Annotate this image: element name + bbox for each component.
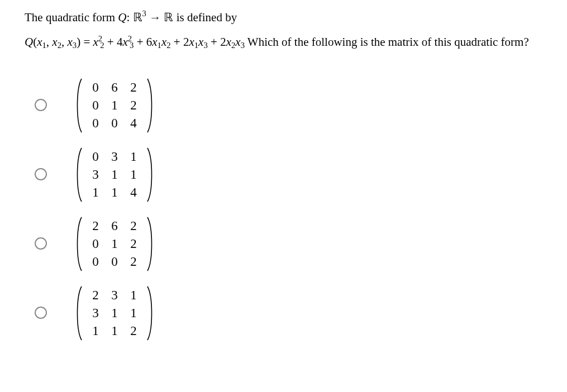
radio-option-2[interactable]	[35, 168, 47, 180]
var-Q: Q	[25, 35, 33, 49]
subscript: 2	[100, 41, 104, 50]
var-x: x	[161, 35, 166, 49]
matrix: 2 6 2 0 1 2 0 0 2	[74, 216, 155, 272]
matrix-cell: 3	[86, 168, 105, 182]
matrix-cell: 0	[86, 255, 105, 269]
paren-left-icon	[74, 216, 83, 272]
matrix-cell: 3	[86, 306, 105, 321]
paren-right-icon	[146, 147, 155, 203]
radio-option-1[interactable]	[35, 99, 47, 111]
set-R: ℝ	[164, 11, 173, 24]
matrix-cell: 1	[124, 168, 143, 182]
matrix-body: 0 6 2 0 1 2 0 0 4	[83, 78, 146, 133]
answer-option: 2 3 1 3 1 1 1 1 2	[35, 285, 545, 341]
paren-left-icon	[74, 78, 83, 133]
matrix-cell: 2	[124, 219, 143, 233]
subscript: 3	[241, 41, 245, 50]
var-x: x	[226, 35, 231, 49]
matrix-cell: 0	[86, 237, 105, 251]
subscript: 2	[58, 41, 61, 50]
matrix-body: 2 6 2 0 1 2 0 0 2	[83, 216, 146, 272]
plus: +	[104, 35, 117, 49]
var-x: x	[122, 35, 127, 49]
matrix-row: 0 1 2	[86, 98, 143, 113]
var-x: x	[68, 35, 73, 49]
matrix-cell: 2	[124, 237, 143, 251]
matrix-cell: 1	[86, 324, 105, 338]
matrix-cell: 4	[124, 116, 143, 131]
matrix-cell: 1	[105, 306, 124, 321]
answer-option: 0 6 2 0 1 2 0 0 4	[35, 78, 545, 133]
plus: +	[134, 35, 146, 49]
coef: 4	[117, 35, 123, 49]
coef: 2	[220, 35, 226, 49]
subscript: 3	[203, 41, 207, 50]
arrow: →	[146, 11, 164, 24]
matrix-cell: 1	[105, 98, 124, 113]
matrix-cell: 3	[105, 150, 124, 164]
var-x: x	[37, 35, 42, 49]
question-stem-line1: The quadratic form Q: ℝ3 → ℝ is defined …	[25, 9, 545, 26]
matrix-cell: 2	[86, 219, 105, 233]
text: :	[127, 11, 133, 24]
paren-right-icon	[146, 78, 155, 133]
matrix-cell: 2	[124, 324, 143, 338]
matrix-row: 0 0 4	[86, 116, 143, 131]
matrix-cell: 0	[86, 80, 105, 95]
text: is defined by	[173, 11, 237, 24]
matrix-cell: 1	[105, 185, 124, 200]
matrix-cell: 0	[86, 98, 105, 113]
matrix-body: 0 3 1 3 1 1 1 1 4	[83, 147, 146, 203]
matrix-cell: 3	[105, 288, 124, 303]
matrix-row: 3 1 1	[86, 168, 143, 182]
matrix: 2 3 1 3 1 1 1 1 2	[74, 285, 155, 341]
matrix-cell: 4	[124, 185, 143, 200]
var-x: x	[189, 35, 194, 49]
matrix-row: 0 0 2	[86, 255, 143, 269]
text: The quadratic form	[25, 11, 118, 24]
plus: +	[171, 35, 183, 49]
matrix-cell: 1	[86, 185, 105, 200]
set-R: ℝ	[133, 11, 142, 24]
var-Q: Q	[118, 11, 126, 24]
matrix-cell: 1	[124, 288, 143, 303]
matrix-row: 0 1 2	[86, 237, 143, 251]
matrix-cell: 2	[124, 98, 143, 113]
subscript: 3	[73, 41, 77, 50]
question-equation: Q(x1, x2, x3) = x22 + 4x23 + 6x1x2 + 2x1…	[25, 34, 545, 50]
exponent: 3	[142, 9, 146, 18]
radio-option-3[interactable]	[35, 237, 47, 250]
matrix-cell: 0	[86, 150, 105, 164]
coef: 6	[146, 35, 153, 49]
var-x: x	[93, 35, 98, 49]
matrix-row: 1 1 2	[86, 324, 143, 338]
answer-option: 0 3 1 3 1 1 1 1 4	[35, 147, 545, 203]
var-x: x	[235, 35, 240, 49]
equals: =	[80, 35, 93, 49]
matrix-cell: 1	[105, 237, 124, 251]
matrix-cell: 2	[124, 80, 143, 95]
matrix-cell: 6	[105, 219, 124, 233]
subscript: 1	[194, 41, 198, 50]
subscript: 3	[130, 41, 134, 50]
matrix-row: 0 6 2	[86, 80, 143, 95]
matrix-cell: 0	[86, 116, 105, 131]
matrix-body: 2 3 1 3 1 1 1 1 2	[83, 285, 146, 341]
comma: ,	[46, 35, 53, 49]
radio-option-4[interactable]	[35, 307, 47, 319]
paren-left-icon	[74, 285, 83, 341]
answer-option: 2 6 2 0 1 2 0 0 2	[35, 216, 545, 272]
matrix-cell: 0	[105, 116, 124, 131]
matrix-row: 2 3 1	[86, 288, 143, 303]
subscript: 1	[42, 41, 46, 50]
question-page: The quadratic form Q: ℝ3 → ℝ is defined …	[0, 0, 567, 352]
plus: +	[208, 35, 220, 49]
answer-options: 0 6 2 0 1 2 0 0 4	[35, 78, 545, 341]
coef: 2	[183, 35, 189, 49]
matrix-row: 1 1 4	[86, 185, 143, 200]
comma: ,	[61, 35, 68, 49]
matrix-cell: 1	[105, 324, 124, 338]
matrix-cell: 6	[105, 80, 124, 95]
matrix-row: 0 3 1	[86, 150, 143, 164]
matrix-cell: 2	[86, 288, 105, 303]
